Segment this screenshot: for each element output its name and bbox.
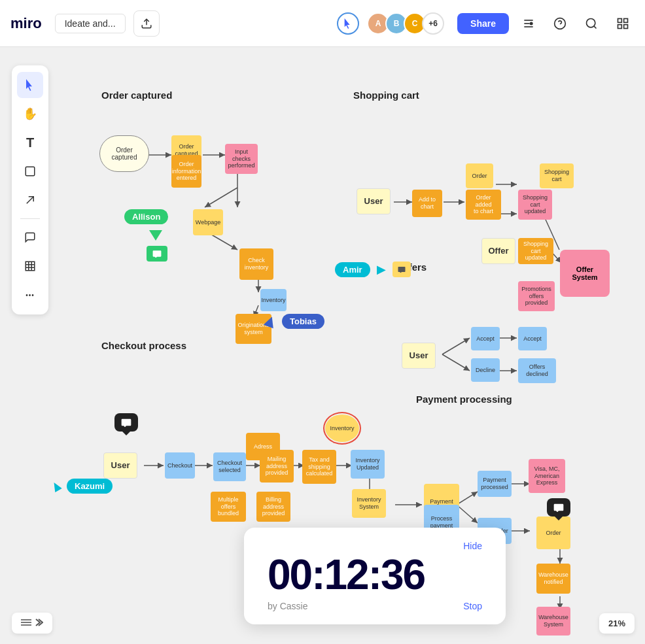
sticky-shopping-cart[interactable]: Shoppingcart [540,163,574,188]
svg-rect-13 [26,167,35,176]
sticky-accept-1[interactable]: Accept [471,327,500,350]
timer: Hide 00:12:36 by Cassie Stop [244,528,506,624]
svg-rect-11 [618,24,622,28]
comment-tool[interactable] [17,224,43,250]
select-tool[interactable] [17,72,43,98]
toolbar-divider [20,218,40,219]
svg-rect-10 [624,18,628,22]
upload-button[interactable] [133,10,160,37]
cursor-kazumi-label: Kazumi [67,479,113,494]
help-icon[interactable] [548,12,572,35]
timer-by: by Cassie [268,601,307,611]
app-logo: miro [10,15,42,32]
sticky-order-payment[interactable]: Order [536,517,570,549]
svg-line-23 [205,188,237,207]
sticky-checkout[interactable]: Checkout [165,452,195,479]
timer-stop-button[interactable]: Stop [463,601,482,611]
sticky-checkout-selected[interactable]: Checkoutselected [213,452,246,481]
sticky-inventory-circle[interactable]: Inventory [325,415,359,442]
cursor-allison-label: Allison [124,209,168,224]
sticky-promotions[interactable]: Promotionsoffersprovided [518,281,555,311]
sticky-warehouse-system[interactable]: WarehouseSystem [536,607,570,636]
sticky-tax-shipping[interactable]: Tax andshippingcalculated [302,450,336,484]
sticky-input-checks[interactable]: Input checksperformed [225,144,258,174]
sticky-accept-2[interactable]: Accept [518,327,547,350]
allison-pointer [149,230,162,241]
node-user-offers: User [402,343,436,369]
timer-hide-button[interactable]: Hide [463,541,482,551]
svg-line-33 [442,338,470,354]
section-order-captured: Order captured [101,90,172,101]
svg-point-4 [531,22,532,24]
svg-line-45 [457,505,478,523]
sticky-warehouse-notified[interactable]: Warehousenotified [536,564,570,594]
expand-sidebar-button[interactable] [12,613,52,634]
top-navigation: miro Ideate and... A B C +6 Share [0,0,645,47]
cursor-mode-icon[interactable] [337,12,359,35]
share-button[interactable]: Share [457,13,509,34]
cursor-allison: Allison [124,209,168,224]
node-order-captured-oval: Ordercaptured [99,135,149,172]
hand-tool[interactable]: ✋ [17,101,43,127]
node-offer: Offer [481,238,515,264]
frame-tool[interactable] [17,253,43,279]
more-collaborators[interactable]: +6 [422,12,444,35]
sticky-add-to-chart[interactable]: Add tochart [412,190,442,217]
sticky-offers-declined[interactable]: Offersdeclined [518,358,556,383]
sticky-order-sc[interactable]: Order [466,163,493,188]
svg-line-24 [209,233,237,250]
comment-payment[interactable] [547,498,570,517]
node-user-checkout: User [103,452,137,479]
timer-display: 00:12:36 [268,554,482,596]
search-icon[interactable] [580,12,603,35]
sticky-cart-updated-2[interactable]: Shoppingcartupdated [518,238,553,264]
text-tool[interactable]: T [17,129,43,156]
section-checkout: Checkout process [101,340,186,351]
more-tools[interactable]: ••• [17,282,43,308]
collaborator-avatars: A B C +6 [367,12,444,35]
left-toolbar: ✋ T ••• [12,65,48,314]
svg-rect-15 [26,262,35,271]
sticky-multiple-offers[interactable]: Multipleoffersbundled [211,492,246,522]
sticky-cart-updated-1[interactable]: Shoppingcartupdated [518,190,552,220]
zoom-indicator: 21% [599,613,635,634]
menu-icon[interactable] [611,12,635,35]
cursor-tobias: Tobias [265,314,324,329]
svg-line-8 [594,25,597,28]
svg-line-34 [442,354,470,371]
svg-line-44 [457,492,478,505]
cursor-kazumi: Kazumi [52,479,113,494]
amir-arrow: ▶ [377,262,386,277]
section-shopping-cart: Shopping cart [353,90,419,101]
kazumi-arrow [50,480,61,492]
sticky-check-inventory[interactable]: Checkinventory [239,248,273,280]
sticky-billing[interactable]: Billingaddressprovided [256,492,290,522]
sticky-payment-processed[interactable]: Paymentprocessed [478,471,512,497]
section-payment: Payment processing [416,394,512,405]
sticky-inventory-system[interactable]: InventorySystem [352,489,386,518]
sticky-order-added[interactable]: Orderaddedto chart [466,190,501,220]
cursor-amir-label: Amir [335,262,370,277]
comment-checkout[interactable] [114,413,138,432]
sticky-tool[interactable] [17,158,43,184]
allison-comment [147,246,167,262]
canvas[interactable]: Order captured Shopping cart Checkout pr… [0,47,645,644]
svg-rect-12 [624,24,628,28]
sticky-inventory-updated[interactable]: InventoryUpdated [351,450,385,479]
sticky-decline[interactable]: Decline [471,358,500,382]
node-offer-system: OfferSystem [560,250,610,297]
settings-icon[interactable] [517,12,540,35]
arrow-tool[interactable] [17,187,43,213]
sticky-mailing[interactable]: Mailingaddressprovided [260,450,294,483]
sticky-webpage[interactable]: Webpage [193,209,223,235]
sticky-inventory-1[interactable]: Inventory [260,289,287,311]
sticky-visa-mc[interactable]: Visa, MC,AmericanExpress [529,459,565,493]
svg-point-7 [587,18,595,27]
board-title[interactable]: Ideate and... [55,14,126,33]
cursor-tobias-label: Tobias [282,314,324,329]
sticky-order-info[interactable]: Orderinformationentered [171,155,201,188]
svg-rect-9 [618,18,622,22]
svg-line-14 [27,197,34,204]
tobias-arrow [264,314,277,328]
node-user-shopping: User [357,188,391,214]
